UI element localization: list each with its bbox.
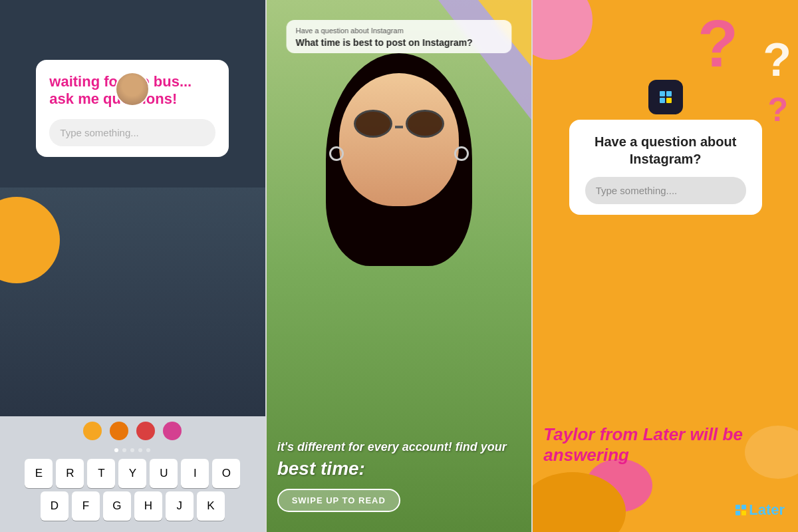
key-o[interactable]: O [212,459,240,488]
page-dot-2[interactable] [122,448,126,452]
pink-answer-text: Taylor from Later will be answering [543,424,787,466]
later-dot-bl [735,511,740,515]
later-brand-text: Later [749,501,785,519]
avatar-face [116,73,148,105]
pink-blob-top [533,0,593,60]
bold-text: best time: [277,459,521,479]
panel-3: ? ? ? Have a question about Instagram? T… [533,0,798,532]
page-dot-5[interactable] [146,448,150,452]
logo-pixels [657,88,674,106]
type-something-input-3[interactable]: Type something.... [585,177,746,204]
page-dots [4,448,261,452]
key-i[interactable]: I [181,459,209,488]
key-e[interactable]: E [25,459,53,488]
key-k[interactable]: K [197,491,225,521]
page-dot-1[interactable] [114,448,118,452]
type-something-input[interactable]: Type something... [49,119,215,146]
color-dots [4,422,261,440]
key-f[interactable]: F [72,491,100,521]
color-dot-1[interactable] [83,422,102,440]
key-g[interactable]: G [103,491,131,521]
avatar [115,72,150,106]
bottom-text: Taylor from Later will be answering [543,424,787,466]
page-dot-3[interactable] [130,448,134,452]
key-y[interactable]: Y [118,459,146,488]
later-dot-tr [741,505,746,509]
color-dot-4[interactable] [163,422,182,440]
qmark-white: ? [763,37,791,83]
key-u[interactable]: U [150,459,178,488]
color-dot-3[interactable] [136,422,155,440]
later-logo: Later [735,501,785,519]
q3-question: Have a question about Instagram? [585,133,746,168]
italic-text: it's different for every account! find y… [277,440,521,455]
keyboard-row-2: D F G H J K [4,491,261,521]
key-r[interactable]: R [56,459,84,488]
bottom-overlay: it's different for every account! find y… [267,426,532,532]
keyboard-area: E R T Y U I O D F G H J K [0,416,265,532]
color-dot-2[interactable] [110,422,128,440]
page-dot-4[interactable] [138,448,142,452]
key-t[interactable]: T [87,459,115,488]
q2-label: Have a question about Instagram [296,27,503,35]
keyboard-row-1: E R T Y U I O [4,459,261,488]
swipe-up-button[interactable]: SWIPE UP TO READ [277,489,400,512]
later-dot-tl [735,505,740,509]
q2-question: What time is best to post on Instagram? [296,37,503,48]
panel-1-top: waiting for the bus... ask me questions!… [0,0,265,416]
key-j[interactable]: J [166,491,194,521]
question-card-1: waiting for the bus... ask me questions!… [36,60,229,157]
panel-1: waiting for the bus... ask me questions!… [0,0,265,532]
key-h[interactable]: H [134,491,162,521]
question-card-2: Have a question about Instagram What tim… [287,20,512,53]
panel-2: Have a question about Instagram What tim… [267,0,532,532]
key-d[interactable]: D [41,491,68,521]
later-dot-br [741,511,746,515]
qmark-pink-large: ? [698,10,738,76]
qmark-pink-small: ? [767,93,788,126]
later-dot-grid [735,505,746,515]
logo-circle [648,80,683,114]
question-card-3: Have a question about Instagram? Type so… [569,120,762,215]
